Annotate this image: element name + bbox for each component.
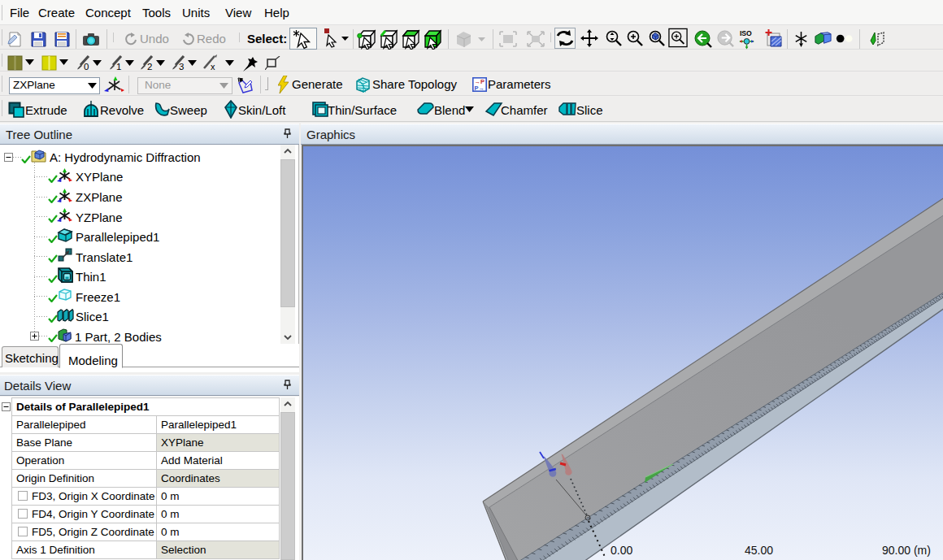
svg-text:90.00 (m): 90.00 (m): [882, 544, 931, 557]
svg-text:1: 1: [116, 62, 121, 71]
svg-text:0.00: 0.00: [611, 544, 632, 557]
svg-text:P→: P→: [475, 85, 485, 92]
svg-text:x: x: [211, 62, 215, 71]
svg-text:45.00: 45.00: [745, 544, 773, 557]
svg-text:ISO: ISO: [740, 29, 752, 37]
svg-text:3: 3: [179, 62, 184, 71]
svg-text:2: 2: [147, 62, 152, 71]
svg-text:0: 0: [84, 62, 89, 71]
